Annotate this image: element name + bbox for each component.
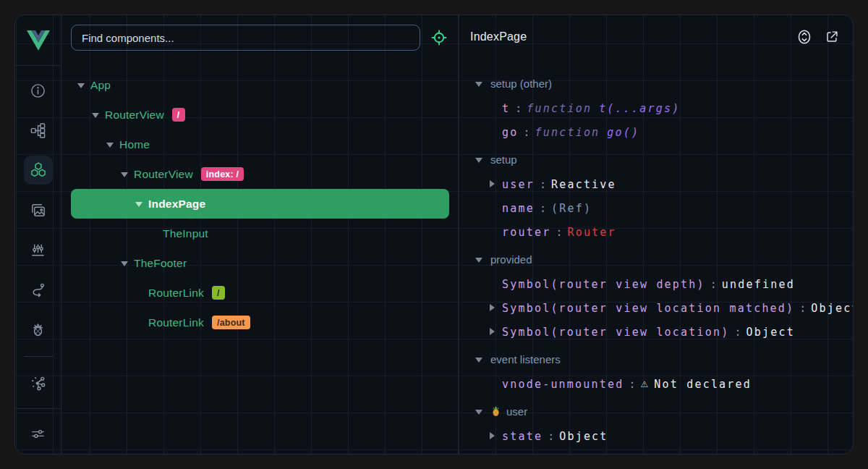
component-name: RouterLink [148,316,204,329]
sidebar-bottom [15,408,61,455]
open-in-editor-icon[interactable] [824,29,840,45]
tree-item[interactable]: TheFooter [71,248,449,278]
key-value-separator: : [540,178,546,191]
component-name: TheInput [163,227,208,240]
component-name: App [90,79,111,92]
expander-icon[interactable] [120,169,129,179]
expander-icon[interactable] [488,304,498,313]
component-name: TheFooter [134,257,187,270]
tree-item[interactable]: Home [71,130,449,159]
function-signature: go() [607,126,639,139]
tree-item[interactable]: RouterLink/ [71,278,449,308]
property-value: Object [576,454,624,455]
section-header[interactable]: setup [470,146,853,172]
key-value-separator: : [734,326,741,339]
pinia-icon[interactable] [24,315,53,344]
expander-icon[interactable] [91,110,101,119]
property-key: go [502,126,518,139]
function-keyword: function [535,126,600,139]
expander-icon[interactable] [106,140,115,149]
expander-icon[interactable] [120,258,129,268]
inspector-header: IndexPage [459,15,853,59]
section-header[interactable]: event listeners [470,346,853,372]
section-header[interactable]: user [470,398,853,424]
expander-spacer [488,104,498,113]
expand-collapse-all-icon[interactable] [796,28,813,46]
route-badge: / [212,286,225,300]
property-row: t:functiont(...args) [470,96,853,120]
tree-item[interactable]: App [71,70,449,100]
components-icon[interactable] [24,156,53,185]
expander-spacer [488,128,498,137]
hierarchy-icon[interactable] [24,116,53,145]
component-inspector-panel: IndexPage setup (other)t:functio [459,15,853,454]
section-header[interactable]: provided [470,246,853,272]
expander-spacer [135,318,144,327]
timeline-icon[interactable] [24,235,53,264]
component-name: IndexPage [148,198,205,211]
key-value-separator: : [548,430,554,443]
component-name: RouterView [134,168,193,181]
expander-icon[interactable] [77,80,86,90]
route-badge: /about [212,316,250,329]
expander-icon[interactable] [488,328,498,337]
vue-devtools-window: AppRouterView/HomeRouterViewindex: /Inde… [14,14,854,455]
property-value: Router [567,226,616,239]
sidebar [15,15,61,454]
property-key: Symbol(router view depth) [502,278,705,291]
component-name: RouterLink [148,287,204,300]
route-badge: / [172,108,185,122]
property-key: user [502,178,535,191]
info-icon[interactable] [24,76,53,105]
tree-item[interactable]: IndexPage [71,189,449,219]
expander-icon[interactable] [488,180,498,189]
property-value: Reactive [551,178,616,191]
vue-logo [15,15,61,66]
expander-spacer [135,288,144,297]
router-icon[interactable] [24,275,53,304]
property-key: name [502,202,535,215]
property-row[interactable]: user:Reactive [470,172,853,196]
tree-item[interactable]: RouterViewindex: / [71,159,449,189]
property-value: Not declared [654,378,752,391]
expander-icon[interactable] [488,432,498,441]
property-row[interactable]: state:Object [470,424,853,448]
tree-toolbar [62,15,458,51]
key-value-separator: : [799,302,806,315]
key-value-separator: : [564,454,571,455]
section-label: provided [490,253,532,266]
property-row[interactable]: Symbol(router view location):Object [470,320,853,344]
component-tree: AppRouterView/HomeRouterViewindex: /Inde… [62,70,458,337]
warning-icon: ⚠ [641,379,649,389]
expander-spacer [488,228,498,237]
tree-item[interactable]: TheInput [71,219,449,248]
property-value: Object [811,302,853,315]
key-value-separator: : [629,378,635,391]
settings-icon[interactable] [24,419,53,448]
search-input[interactable] [71,25,420,51]
tree-item[interactable]: RouterLink/about [71,308,449,337]
pineapple-icon [490,405,501,417]
assets-icon[interactable] [24,195,53,224]
section-expander-icon[interactable] [475,255,484,263]
property-key: router [502,226,550,239]
expander-spacer [488,380,498,389]
graph-icon[interactable] [24,368,53,397]
inspect-target-icon[interactable] [426,25,452,51]
tree-item[interactable]: RouterView/ [71,100,449,130]
function-signature: t(...args) [599,102,680,115]
property-row[interactable]: getters:Object [470,448,853,454]
expander-icon[interactable] [135,199,144,208]
route-badge: index: / [201,167,244,181]
property-value: Object [746,326,795,339]
property-row: go:functiongo() [470,120,853,144]
property-row[interactable]: Symbol(router view location matched):Obj… [470,296,853,320]
component-tree-panel: AppRouterView/HomeRouterViewindex: /Inde… [62,15,458,454]
expander-spacer [488,280,498,289]
section-expander-icon[interactable] [475,355,484,363]
section-expander-icon[interactable] [475,407,484,415]
section-expander-icon[interactable] [475,155,484,164]
section-header[interactable]: setup (other) [470,70,853,96]
section-label: setup (other) [490,77,552,90]
section-expander-icon[interactable] [475,79,484,88]
